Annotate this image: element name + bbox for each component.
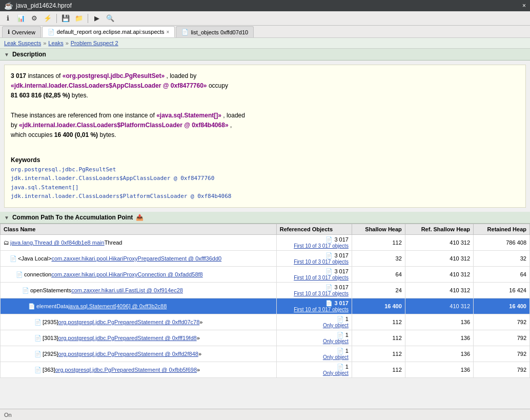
row-icon-2: 📄 bbox=[16, 271, 23, 278]
desc-size2: 16 400 (0,01 %) bbox=[54, 131, 98, 138]
ref-icon-8: 📄 bbox=[337, 364, 345, 370]
tab-overview[interactable]: ℹ Overview bbox=[2, 26, 41, 37]
row-link-7[interactable]: org.postgresql.jdbc.PgPreparedStatement … bbox=[58, 351, 198, 357]
table-row[interactable]: 📄<Java Local> com.zaxxer.hikari.pool.Hik… bbox=[1, 251, 530, 267]
ref-icon-1: 📄 bbox=[325, 252, 334, 258]
window-close-button[interactable]: × bbox=[522, 2, 526, 9]
ref-link-1[interactable]: First 10 of 3 017 objects bbox=[280, 259, 349, 265]
table-container: Class Name Referenced Objects Shallow He… bbox=[0, 224, 530, 378]
tab-list-objects[interactable]: 📄 list_objects 0xffd07d10 bbox=[176, 26, 254, 37]
row-suffix-6: » bbox=[197, 335, 200, 341]
settings-button[interactable]: ⚙ bbox=[29, 13, 40, 24]
tab-report-close[interactable]: × bbox=[167, 29, 170, 35]
cell-shallow-5: 112 bbox=[352, 314, 405, 330]
tab-report-icon: 📄 bbox=[48, 29, 55, 35]
table-row[interactable]: 📄[3013] org.postgresql.jdbc.PgPreparedSt… bbox=[1, 330, 530, 346]
row-link-3[interactable]: com.zaxxer.hikari.util.FastList @ 0xf914… bbox=[71, 287, 183, 293]
cell-class-name-2: 📄connection com.zaxxer.hikari.pool.Hikar… bbox=[1, 267, 277, 283]
row-suffix-0: Thread bbox=[105, 239, 123, 246]
accumulation-section-title: Common Path To the Accumulation Point bbox=[12, 214, 133, 221]
table-row[interactable]: 📄openStatements com.zaxxer.hikari.util.F… bbox=[1, 283, 530, 298]
desc-loader2: «jdk.internal.loader.ClassLoaders$Platfo… bbox=[19, 122, 229, 129]
chart-button[interactable]: 📊 bbox=[15, 13, 27, 24]
tab-report-label: default_report org.eclipse.mat.api:suspe… bbox=[57, 29, 165, 35]
window-title: java_pid14624.hprof bbox=[16, 2, 519, 9]
row-icon-5: 📄 bbox=[34, 319, 42, 326]
table-row[interactable]: 📄[363] org.postgresql.jdbc.PgPreparedSta… bbox=[1, 362, 530, 378]
table-row[interactable]: 📄[2925] org.postgresql.jdbc.PgPreparedSt… bbox=[1, 346, 530, 362]
col-ref-shallow-heap: Ref. Shallow Heap bbox=[405, 224, 473, 235]
ref-link-3[interactable]: First 10 of 3 017 objects bbox=[280, 291, 349, 296]
info-button[interactable]: ℹ bbox=[2, 13, 13, 24]
ref-count-1: 3 017 bbox=[334, 252, 349, 258]
row-link-4[interactable]: java.sql.Statement[4096] @ 0xff3b2c88 bbox=[68, 303, 167, 309]
table-row[interactable]: 🗂java.lang.Thread @ 0xf84db1e8 main Thre… bbox=[1, 235, 530, 251]
table-row[interactable]: 📄connection com.zaxxer.hikari.pool.Hikar… bbox=[1, 267, 530, 283]
cell-retained-5: 792 bbox=[474, 314, 530, 330]
accumulation-export-icon[interactable]: 📤 bbox=[136, 214, 144, 221]
ref-link-6[interactable]: Only object bbox=[280, 338, 349, 344]
ref-link-8[interactable]: Only object bbox=[280, 370, 349, 376]
tab-default-report[interactable]: 📄 default_report org.eclipse.mat.api:sus… bbox=[42, 26, 175, 37]
description-section-title: Description bbox=[12, 51, 46, 58]
ref-count-7: 1 bbox=[345, 348, 349, 354]
ref-link-7[interactable]: Only object bbox=[280, 354, 349, 360]
row-link-2[interactable]: com.zaxxer.hikari.pool.HikariProxyConnec… bbox=[51, 271, 202, 277]
tab-list-icon: 📄 bbox=[181, 29, 189, 35]
cell-shallow-0: 112 bbox=[352, 235, 405, 251]
save-button[interactable]: 💾 bbox=[60, 13, 71, 24]
cell-shallow-3: 24 bbox=[352, 283, 405, 298]
table-row[interactable]: 📄elementData java.sql.Statement[4096] @ … bbox=[1, 298, 530, 314]
ref-link-5[interactable]: Only object bbox=[280, 323, 349, 328]
row-link-1[interactable]: com.zaxxer.hikari.pool.HikariProxyPrepar… bbox=[51, 255, 221, 262]
cell-ref-0: 📄 3 017First 10 of 3 017 objects bbox=[276, 235, 352, 251]
cell-shallow-1: 32 bbox=[352, 251, 405, 267]
desc-bytes2: bytes. bbox=[99, 131, 116, 138]
ref-icon-7: 📄 bbox=[337, 348, 345, 354]
description-section-header[interactable]: ▼ Description bbox=[0, 49, 530, 61]
ref-icon-6: 📄 bbox=[337, 332, 345, 338]
row-link-8[interactable]: org.postgresql.jdbc.PgPreparedStatement … bbox=[55, 367, 197, 373]
keywords-title: Keywords bbox=[11, 155, 519, 165]
ref-count-4: 3 017 bbox=[334, 300, 349, 306]
row-suffix-8: » bbox=[197, 367, 200, 373]
keyword-2: java.sql.Statement[] bbox=[11, 183, 519, 192]
cell-retained-8: 792 bbox=[474, 362, 530, 378]
play-button[interactable]: ▶ bbox=[91, 13, 103, 24]
row-link-6[interactable]: org.postgresql.jdbc.PgPreparedStatement … bbox=[58, 335, 197, 341]
ref-link-2[interactable]: First 10 of 3 017 objects bbox=[280, 275, 349, 281]
breadcrumb-sep-2: » bbox=[66, 40, 69, 46]
table-row[interactable]: 📄[2935] org.postgresql.jdbc.PgPreparedSt… bbox=[1, 314, 530, 330]
breadcrumb-sep-1: » bbox=[43, 40, 46, 46]
ref-count-8: 1 bbox=[345, 364, 349, 370]
ref-link-4[interactable]: First 10 of 3 017 objects bbox=[280, 307, 349, 312]
ref-link-0[interactable]: First 10 of 3 017 objects bbox=[280, 243, 349, 249]
row-link-5[interactable]: org.postgresql.jdbc.PgPreparedStatement … bbox=[58, 319, 200, 325]
ref-icon-3: 📄 bbox=[325, 284, 334, 290]
accumulation-section-header[interactable]: ▼ Common Path To the Accumulation Point … bbox=[0, 212, 530, 224]
tab-overview-label: Overview bbox=[12, 29, 35, 35]
run-button[interactable]: ⚡ bbox=[42, 13, 53, 24]
col-referenced-objects: Referenced Objects bbox=[276, 224, 352, 235]
row-prefix-8: [363] bbox=[43, 367, 55, 373]
tab-bar: ℹ Overview 📄 default_report org.eclipse.… bbox=[0, 26, 530, 38]
search-button[interactable]: 🔍 bbox=[105, 13, 116, 24]
description-box: 3 017 instances of «org.postgresql.jdbc.… bbox=[4, 65, 526, 208]
description-triangle-icon: ▼ bbox=[4, 52, 9, 57]
cell-class-name-8: 📄[363] org.postgresql.jdbc.PgPreparedSta… bbox=[1, 362, 277, 378]
instance-count: 3 017 bbox=[11, 72, 26, 79]
folder-button[interactable]: 📁 bbox=[73, 13, 85, 24]
row-link-0[interactable]: java.lang.Thread @ 0xf84db1e8 main bbox=[10, 239, 105, 246]
cell-ref-8: 📄 1Only object bbox=[276, 362, 352, 378]
breadcrumb-problem-suspect[interactable]: Problem Suspect 2 bbox=[71, 40, 118, 46]
title-bar: ☕ java_pid14624.hprof × bbox=[0, 0, 530, 11]
row-suffix-5: » bbox=[199, 319, 202, 325]
breadcrumb-leak-suspects[interactable]: Leak Suspects bbox=[4, 40, 41, 46]
desc-instances-text: instances of bbox=[28, 72, 62, 79]
app-icon: ☕ bbox=[4, 2, 13, 10]
row-prefix-4: elementData bbox=[36, 303, 68, 309]
cell-retained-3: 16 424 bbox=[474, 283, 530, 298]
cell-retained-4: 16 400 bbox=[474, 298, 530, 314]
cell-ref-1: 📄 3 017First 10 of 3 017 objects bbox=[276, 251, 352, 267]
breadcrumb-leaks[interactable]: Leaks bbox=[48, 40, 63, 46]
